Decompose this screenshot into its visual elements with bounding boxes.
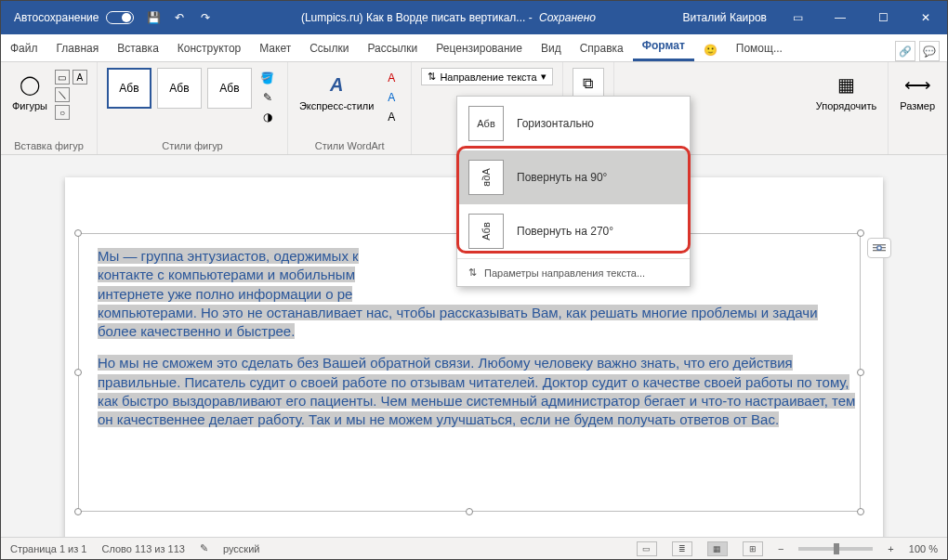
shape-style-1[interactable]: Абв xyxy=(107,68,151,109)
size-icon: ⟷ xyxy=(903,71,931,98)
web-layout-icon[interactable]: ⊞ xyxy=(743,541,763,556)
group-label-styles: Стили фигур xyxy=(162,137,222,154)
text-direction-dropdown: Абв Горизонтально Абв Повернуть на 90° А… xyxy=(456,96,691,287)
shape-effects-icon[interactable]: ◑ xyxy=(257,109,278,125)
tab-review[interactable]: Рецензирование xyxy=(427,35,532,61)
text-direction-icon: ⇅ xyxy=(428,71,436,83)
tab-designer[interactable]: Конструктор xyxy=(168,35,250,61)
shape-style-3[interactable]: Абв xyxy=(207,68,252,109)
tab-layout[interactable]: Макет xyxy=(250,35,300,61)
tab-home[interactable]: Главная xyxy=(47,35,109,61)
status-language[interactable]: русский xyxy=(223,543,259,554)
minimize-button[interactable]: — xyxy=(819,1,862,34)
group-arrange: ▦ Упорядочить xyxy=(805,62,889,154)
dd-rotate-90[interactable]: Абв Повернуть на 90° xyxy=(457,150,690,204)
text-outline-icon[interactable]: A xyxy=(381,89,402,106)
zoom-value[interactable]: 100 % xyxy=(909,543,938,554)
group-size: ⟷ Размер xyxy=(889,62,947,154)
zoom-slider[interactable] xyxy=(798,547,873,551)
layout-options-icon[interactable] xyxy=(867,238,891,258)
shape-line-icon[interactable]: ＼ xyxy=(55,87,70,102)
print-layout-icon[interactable]: ▦ xyxy=(707,541,728,556)
zoom-in-icon[interactable]: + xyxy=(888,543,893,554)
thumb-horiz-icon: Абв xyxy=(468,106,504,141)
text-dir-options-icon: ⇅ xyxy=(468,267,477,279)
text-effects-icon[interactable]: A xyxy=(381,109,402,125)
zoom-out-icon[interactable]: − xyxy=(778,543,783,554)
autosave-label: Автосохранение xyxy=(14,11,99,24)
dd-horizontal[interactable]: Абв Горизонтально xyxy=(457,97,690,150)
shapes-icon: ◯ xyxy=(16,71,44,98)
wordart-icon: A xyxy=(323,71,350,98)
tab-row: Файл Главная Вставка Конструктор Макет С… xyxy=(1,34,947,62)
status-page[interactable]: Страница 1 из 1 xyxy=(10,543,86,554)
alt-text-button[interactable]: ⧉ xyxy=(573,68,604,99)
dd-rotate-270[interactable]: Абв Повернуть на 270° xyxy=(457,204,690,258)
undo-icon[interactable]: ↶ xyxy=(171,9,188,26)
read-mode-icon[interactable]: ≣ xyxy=(672,541,692,556)
face-icon: 🙂 xyxy=(694,39,727,61)
shape-style-2[interactable]: Абв xyxy=(157,68,202,109)
share-icon[interactable]: 🔗 xyxy=(895,41,915,61)
text-fill-icon[interactable]: A xyxy=(381,70,402,86)
shape-text-icon[interactable]: A xyxy=(72,70,87,85)
group-label-wordart: Стили WordArt xyxy=(315,137,385,154)
svg-rect-2 xyxy=(881,247,886,248)
proofing-icon[interactable]: ✎ xyxy=(200,542,208,554)
group-wordart: A Экспресс-стили A A A Стили WordArt xyxy=(288,62,412,154)
user-name[interactable]: Виталий Каиров xyxy=(682,11,767,24)
status-bar: Страница 1 из 1 Слово 113 из 113 ✎ русск… xyxy=(1,537,947,559)
tab-help[interactable]: Справка xyxy=(571,35,633,61)
shape-rect-icon[interactable]: ▭ xyxy=(55,70,70,85)
tab-file[interactable]: Файл xyxy=(1,35,47,61)
autosave-toggle[interactable] xyxy=(106,11,134,24)
shape-circle-icon[interactable]: ○ xyxy=(55,105,70,120)
redo-icon[interactable]: ↷ xyxy=(197,9,214,26)
group-label-shapes: Вставка фигур xyxy=(14,137,84,154)
tab-view[interactable]: Вид xyxy=(532,35,571,61)
shape-fill-icon[interactable]: 🪣 xyxy=(257,70,278,86)
wordart-button[interactable]: A Экспресс-стили xyxy=(297,68,375,114)
shape-outline-icon[interactable]: ✎ xyxy=(257,89,278,106)
ribbon-options-icon[interactable]: ▭ xyxy=(776,1,819,34)
title-bar: Автосохранение 💾 ↶ ↷ (Lumpics.ru) Как в … xyxy=(1,1,947,34)
comments-icon[interactable]: 💬 xyxy=(919,41,940,61)
tab-format[interactable]: Формат xyxy=(633,33,694,61)
text-direction-button[interactable]: ⇅ Направление текста ▾ xyxy=(421,68,552,85)
save-icon[interactable]: 💾 xyxy=(145,9,162,26)
tab-insert[interactable]: Вставка xyxy=(108,35,168,61)
arrange-icon: ▦ xyxy=(832,71,860,98)
svg-rect-1 xyxy=(873,247,877,248)
thumb-270-icon: Абв xyxy=(468,214,504,249)
tab-assist[interactable]: Помощ... xyxy=(727,35,792,61)
focus-mode-icon[interactable]: ▭ xyxy=(637,541,657,556)
shapes-button[interactable]: ◯ Фигуры xyxy=(10,68,49,114)
group-insert-shapes: ◯ Фигуры ▭ A ＼ ○ Вставка фигур xyxy=(1,62,98,154)
tab-references[interactable]: Ссылки xyxy=(300,35,358,61)
status-words[interactable]: Слово 113 из 113 xyxy=(101,543,185,554)
close-button[interactable]: ✕ xyxy=(904,1,947,34)
dd-options[interactable]: ⇅ Параметры направления текста... xyxy=(457,259,690,286)
arrange-button[interactable]: ▦ Упорядочить xyxy=(814,68,878,114)
size-button[interactable]: ⟷ Размер xyxy=(898,68,937,114)
ribbon: ◯ Фигуры ▭ A ＼ ○ Вставка фигур Абв Абв А… xyxy=(1,62,947,155)
svg-rect-0 xyxy=(873,244,886,245)
thumb-90-icon: Абв xyxy=(468,160,504,195)
tab-mailings[interactable]: Рассылки xyxy=(358,35,427,61)
group-shape-styles: Абв Абв Абв 🪣 ✎ ◑ Стили фигур xyxy=(98,62,288,154)
maximize-button[interactable]: ☐ xyxy=(862,1,904,34)
document-title: (Lumpics.ru) Как в Ворде писать вертикал… xyxy=(214,11,682,24)
chevron-down-icon: ▾ xyxy=(541,71,546,83)
